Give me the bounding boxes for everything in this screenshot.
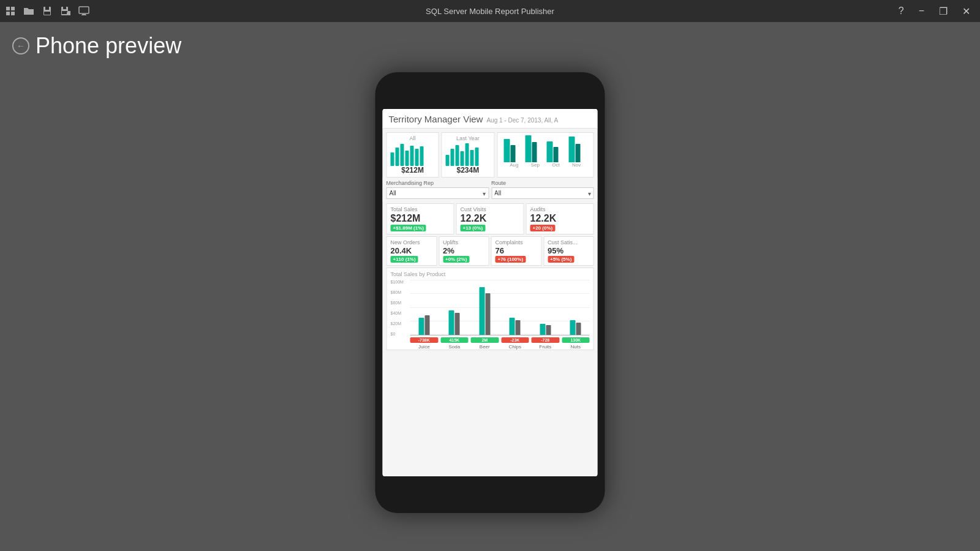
metric-uplifts: Uplifts 2% +0% (2%) <box>439 236 489 266</box>
label-chips: Chips <box>501 344 529 350</box>
title-bar: SQL Server Mobile Report Publisher ? − ❐… <box>0 0 980 22</box>
svg-rect-12 <box>79 7 89 13</box>
metric-cust-satis-value: 95% <box>548 247 590 255</box>
trend-bar <box>532 142 537 162</box>
chart-baseline <box>410 335 590 335</box>
badge-chips: -23K <box>501 337 529 343</box>
svg-rect-6 <box>44 12 50 15</box>
bar-group-chips <box>501 318 529 335</box>
trend-bar <box>547 141 553 162</box>
phone-preview-title: Phone preview <box>36 33 181 59</box>
bar-teal-soda <box>449 310 454 335</box>
kpi-card-lastyear: Last Year $234M <box>442 132 494 178</box>
help-button[interactable]: ? <box>894 4 909 18</box>
minimize-button[interactable]: − <box>914 4 929 18</box>
merch-rep-select[interactable]: All <box>386 187 489 199</box>
bar-group-juice <box>410 315 439 335</box>
metric-new-orders-label: New Orders <box>391 239 433 246</box>
save-as-icon[interactable] <box>60 6 71 17</box>
phone-container: Territory Manager View Aug 1 - Dec 7, 20… <box>375 72 605 513</box>
bar-teal-fruits <box>540 324 545 335</box>
bar-group-soda <box>440 310 469 335</box>
chart-title: Total Sales by Product <box>391 271 590 277</box>
trend-bar <box>510 145 515 162</box>
bar-teal-juice <box>418 318 424 335</box>
bar-teal-chips <box>510 318 515 335</box>
label-nuts: Nuts <box>562 344 590 350</box>
metric-complaints-label: Complaints <box>496 239 538 246</box>
kpi-lastyear-bars <box>446 143 490 166</box>
bar3 <box>456 145 459 166</box>
window-controls: ? − ❐ ✕ <box>894 4 975 18</box>
y-label-100m: $100M <box>391 280 404 284</box>
svg-rect-14 <box>81 15 86 15</box>
bar7 <box>475 148 479 166</box>
metric-new-orders-badge: +110 (1%) <box>391 256 418 263</box>
bar5 <box>410 146 414 166</box>
label-beer: Beer <box>471 344 499 350</box>
y-label-20m: $20M <box>391 321 404 326</box>
bar4 <box>461 151 464 166</box>
close-button[interactable]: ✕ <box>957 4 975 18</box>
bar-gray-beer <box>485 293 490 335</box>
metric-audits-value: 12.2K <box>530 214 590 223</box>
metric-new-orders: New Orders 20.4K +110 (1%) <box>386 236 437 266</box>
filter-route: Route All <box>491 180 594 199</box>
trend-labels: Aug Sep Oct Nov <box>501 162 590 168</box>
bar2 <box>396 148 399 166</box>
phone-device: Territory Manager View Aug 1 - Dec 7, 20… <box>375 72 605 513</box>
badge-beer: 2M <box>471 337 499 343</box>
bar-group-beer <box>471 287 499 335</box>
svg-rect-3 <box>11 12 15 15</box>
label-row: Juice Soda Beer Chips Fruits Nuts <box>410 344 590 350</box>
svg-rect-1 <box>11 7 15 10</box>
metric-complaints: Complaints 76 +76 (100%) <box>491 236 542 266</box>
label-fruits: Fruits <box>532 344 560 350</box>
kpi-lastyear-label: Last Year <box>446 135 490 141</box>
trend-label-aug: Aug <box>510 162 518 168</box>
svg-rect-11 <box>67 12 70 14</box>
merch-rep-select-wrapper: All <box>386 187 489 199</box>
metric-audits-badge: +20 (0%) <box>530 225 556 231</box>
kpi-card-trend: Aug Sep Oct Nov <box>497 132 594 178</box>
y-label-60m: $60M <box>391 301 404 305</box>
metric-cust-satis-label: Cust Satis... <box>548 239 590 246</box>
save-icon[interactable] <box>42 6 53 17</box>
label-juice: Juice <box>410 344 439 350</box>
metric-cust-satis: Cust Satis... 95% +5% (5%) <box>543 236 594 266</box>
bar-chart-area: $100M $80M $60M $40M $20M $0 <box>391 280 590 347</box>
badge-soda: 415K <box>440 337 469 343</box>
bar-gray-juice <box>424 315 429 335</box>
svg-rect-8 <box>63 7 66 9</box>
back-button[interactable]: ← <box>12 37 29 54</box>
route-select-wrapper: All <box>491 187 594 199</box>
metric-total-sales-badge: +$1.89M (1%) <box>391 225 426 231</box>
restore-button[interactable]: ❐ <box>934 4 952 18</box>
trend-label-nov: Nov <box>572 162 581 168</box>
bar6 <box>415 149 419 166</box>
kpi-card-all: All $212M <box>386 132 439 178</box>
route-select[interactable]: All <box>491 187 594 199</box>
filter-merch-rep-label: Merchandising Rep <box>386 180 489 186</box>
y-label-80m: $80M <box>391 290 404 294</box>
kpi-all-bars <box>391 143 435 166</box>
kpi-lastyear-value: $234M <box>446 166 490 174</box>
metric-complaints-value: 76 <box>496 247 538 255</box>
grid-icon[interactable] <box>5 6 16 17</box>
trend-bar <box>554 147 559 162</box>
trend-bar <box>575 144 580 162</box>
bar-group-fruits <box>532 324 560 335</box>
metric-cust-satis-badge: +5% (5%) <box>548 256 574 263</box>
folder-icon[interactable] <box>23 6 34 17</box>
metric-uplifts-badge: +0% (2%) <box>443 256 469 263</box>
trend-label-sep: Sep <box>531 162 540 168</box>
bar-gray-fruits <box>546 325 551 335</box>
y-label-40m: $40M <box>391 311 404 315</box>
metric-new-orders-value: 20.4K <box>391 247 433 255</box>
badge-row: -738K 415K 2M -23K -728 130K <box>410 337 590 343</box>
display-icon[interactable] <box>78 6 89 17</box>
bar-teal-beer <box>479 287 484 335</box>
filter-merch-rep: Merchandising Rep All <box>386 180 489 199</box>
metric-audits-label: Audits <box>530 206 590 212</box>
svg-rect-9 <box>62 11 67 14</box>
